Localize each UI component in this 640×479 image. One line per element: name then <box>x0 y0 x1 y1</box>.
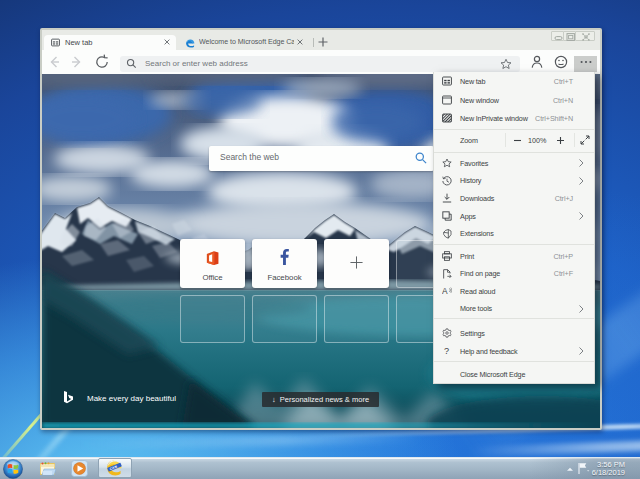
svg-text:A: A <box>442 286 448 296</box>
svg-text:?: ? <box>444 346 449 356</box>
